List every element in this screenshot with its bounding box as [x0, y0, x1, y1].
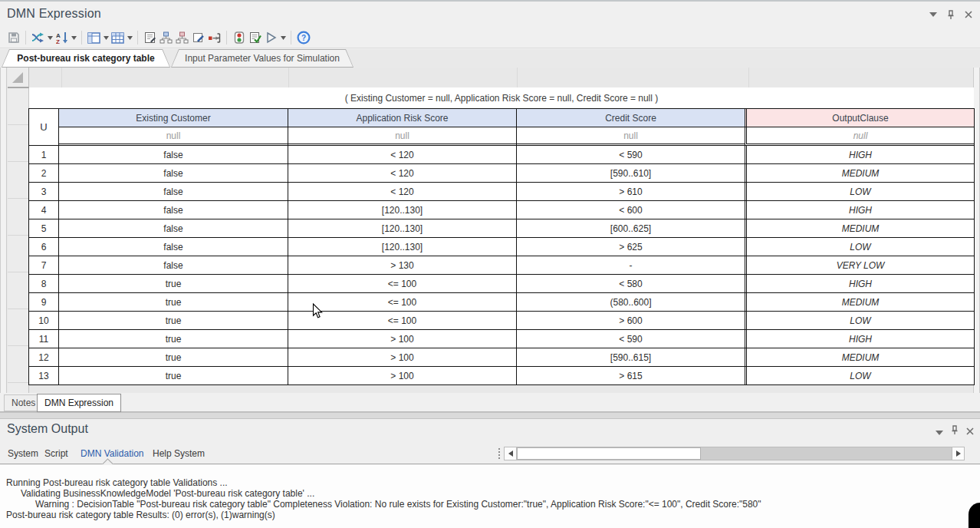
rule-credit-score-cell[interactable]: [590..610] [517, 164, 745, 183]
hit-policy-cell[interactable]: U [29, 109, 59, 146]
close-icon[interactable] [963, 9, 974, 20]
close-icon[interactable] [966, 424, 974, 438]
rule-application-risk-score-cell[interactable]: <= 100 [288, 293, 517, 312]
rule-output-cell[interactable]: HIGH [745, 201, 975, 219]
tab-system[interactable]: System [6, 444, 40, 464]
column-header-existing-customer[interactable]: Existing Customer [59, 109, 288, 127]
default-cell[interactable]: null [288, 127, 517, 146]
rule-application-risk-score-cell[interactable]: > 100 [288, 367, 517, 385]
table-style-icon[interactable] [86, 30, 102, 46]
edit-expression-icon[interactable] [142, 30, 158, 46]
rule-credit-score-cell[interactable]: > 615 [517, 367, 745, 385]
rule-application-risk-score-cell[interactable]: [120..130] [288, 219, 517, 238]
rule-output-cell[interactable]: LOW [745, 367, 975, 385]
rule-number-cell[interactable]: 13 [29, 367, 59, 385]
rule-existing-customer-cell[interactable]: false [59, 219, 288, 238]
rule-number-cell[interactable]: 7 [29, 256, 59, 275]
rule-number-cell[interactable]: 4 [29, 201, 59, 219]
tab-post-bureau-risk-category-table[interactable]: Post-bureau risk category table [2, 49, 170, 68]
rule-number-cell[interactable]: 5 [29, 219, 59, 238]
rule-output-cell[interactable]: MEDIUM [745, 293, 975, 312]
rule-credit-score-cell[interactable]: < 590 [517, 146, 745, 164]
tab-dmn-expression[interactable]: DMN Expression [37, 394, 121, 412]
column-header-outputclause[interactable]: OutputClause [745, 109, 975, 127]
rule-credit-score-cell[interactable]: - [517, 256, 745, 275]
save-icon[interactable] [5, 30, 21, 46]
add-input-column-icon[interactable] [158, 30, 174, 46]
rule-existing-customer-cell[interactable]: false [59, 201, 288, 219]
grid-style-dropdown-icon[interactable] [126, 30, 133, 46]
grid-style-icon[interactable] [110, 30, 126, 46]
collapse-icon[interactable] [928, 9, 939, 20]
run-dropdown-icon[interactable] [279, 30, 287, 46]
merge-cell-icon[interactable] [206, 30, 222, 46]
horizontal-scrollbar[interactable] [504, 447, 965, 460]
rule-output-cell[interactable]: LOW [745, 238, 975, 256]
rule-output-cell[interactable]: MEDIUM [745, 164, 975, 183]
tab-input-parameter-values[interactable]: Input Parameter Values for Simulation [171, 49, 354, 68]
rule-credit-score-cell[interactable]: < 590 [517, 330, 745, 348]
rule-application-risk-score-cell[interactable]: <= 100 [288, 275, 517, 293]
rule-application-risk-score-cell[interactable]: < 120 [288, 164, 517, 183]
tab-help-system[interactable]: Help System [151, 444, 206, 464]
rule-application-risk-score-cell[interactable]: [120..130] [288, 238, 517, 256]
pin-icon[interactable] [945, 9, 956, 20]
rule-existing-customer-cell[interactable]: false [59, 238, 288, 256]
rule-output-cell[interactable]: HIGH [745, 275, 975, 293]
rule-existing-customer-cell[interactable]: false [59, 146, 288, 164]
help-icon[interactable]: ? [295, 30, 311, 46]
io-mapping-icon[interactable] [231, 30, 247, 46]
rule-existing-customer-cell[interactable]: false [59, 256, 288, 275]
column-header-application-risk-score[interactable]: Application Risk Score [288, 109, 517, 127]
rule-credit-score-cell[interactable]: (580..600] [517, 293, 745, 312]
rule-application-risk-score-cell[interactable]: < 120 [288, 183, 517, 201]
rule-application-risk-score-cell[interactable]: <= 100 [288, 312, 517, 330]
rule-application-risk-score-cell[interactable]: > 100 [288, 348, 517, 367]
rule-number-cell[interactable]: 8 [29, 275, 59, 293]
rule-application-risk-score-cell[interactable]: [120..130] [288, 201, 517, 219]
grid-row-gutter[interactable] [8, 88, 29, 393]
rule-number-cell[interactable]: 10 [29, 312, 59, 330]
rule-number-cell[interactable]: 11 [29, 330, 59, 348]
default-cell-output[interactable]: null [745, 127, 975, 146]
rule-number-cell[interactable]: 1 [29, 146, 59, 164]
scroll-left-icon[interactable] [505, 447, 517, 460]
table-style-dropdown-icon[interactable] [102, 30, 110, 46]
decision-table-caption[interactable]: ( Existing Customer = null, Application … [29, 87, 974, 108]
rule-output-cell[interactable]: HIGH [745, 330, 975, 348]
collapse-icon[interactable] [936, 424, 943, 438]
rule-credit-score-cell[interactable]: > 625 [517, 238, 745, 256]
simulate-dropdown-icon[interactable] [46, 30, 54, 46]
rule-number-cell[interactable]: 3 [29, 183, 59, 201]
rule-number-cell[interactable]: 9 [29, 293, 59, 312]
rule-existing-customer-cell[interactable]: false [59, 164, 288, 183]
rule-existing-customer-cell[interactable]: true [59, 330, 288, 348]
rule-number-cell[interactable]: 12 [29, 348, 59, 367]
rule-existing-customer-cell[interactable]: true [59, 275, 288, 293]
scroll-right-icon[interactable] [952, 447, 964, 460]
rule-existing-customer-cell[interactable]: true [59, 348, 288, 367]
sort-dropdown-icon[interactable] [70, 30, 77, 46]
rule-credit-score-cell[interactable]: < 580 [517, 275, 745, 293]
rule-credit-score-cell[interactable]: [590..615] [517, 348, 745, 367]
rule-existing-customer-cell[interactable]: true [59, 312, 288, 330]
sort-icon[interactable]: AZ [54, 30, 70, 46]
rule-credit-score-cell[interactable]: > 610 [517, 183, 745, 201]
default-cell[interactable]: null [517, 127, 745, 146]
rule-application-risk-score-cell[interactable]: < 120 [288, 146, 517, 164]
rule-output-cell[interactable]: LOW [745, 312, 975, 330]
pin-icon[interactable] [950, 424, 959, 438]
rule-output-cell[interactable]: VERY LOW [745, 256, 975, 275]
rule-credit-score-cell[interactable]: < 600 [517, 201, 745, 219]
grid-corner-select-all[interactable] [8, 68, 29, 87]
rule-output-cell[interactable]: MEDIUM [745, 348, 975, 367]
column-header-credit-score[interactable]: Credit Score [517, 109, 745, 127]
panel-splitter[interactable] [0, 412, 980, 419]
rule-existing-customer-cell[interactable]: false [59, 183, 288, 201]
edit-cell-icon[interactable] [190, 30, 206, 46]
rule-credit-score-cell[interactable]: > 600 [517, 312, 745, 330]
tab-script[interactable]: Script [43, 444, 70, 464]
rule-output-cell[interactable]: HIGH [745, 146, 975, 164]
default-cell[interactable]: null [59, 127, 288, 146]
validate-icon[interactable] [247, 30, 263, 46]
